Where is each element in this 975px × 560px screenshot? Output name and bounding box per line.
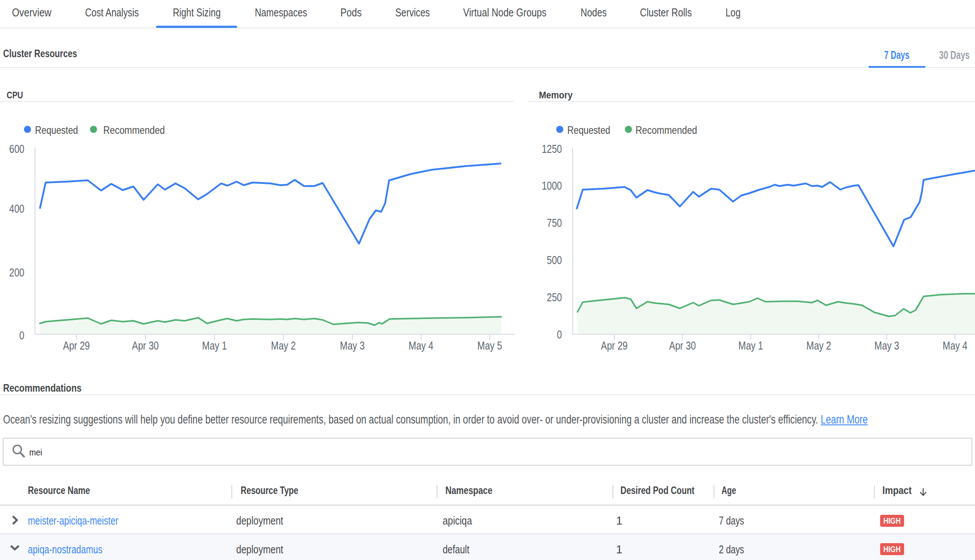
svg-text:Apr 30: Apr 30 <box>669 339 696 352</box>
svg-text:Apr 29: Apr 29 <box>63 339 90 352</box>
svg-text:Apr 29: Apr 29 <box>601 339 628 352</box>
svg-text:0: 0 <box>557 328 562 341</box>
svg-text:May 2: May 2 <box>807 339 831 352</box>
svg-text:400: 400 <box>9 203 24 215</box>
svg-text:1250: 1250 <box>542 143 562 155</box>
svg-text:1000: 1000 <box>542 179 562 192</box>
svg-text:May 1: May 1 <box>202 339 227 352</box>
svg-text:750: 750 <box>547 217 562 229</box>
svg-text:0: 0 <box>20 329 24 342</box>
svg-text:May 1: May 1 <box>738 339 763 352</box>
svg-text:600: 600 <box>9 143 24 155</box>
svg-text:Apr 30: Apr 30 <box>132 339 159 352</box>
svg-text:May 4: May 4 <box>943 339 967 352</box>
svg-text:May 4: May 4 <box>409 339 433 352</box>
svg-text:May 3: May 3 <box>874 339 899 352</box>
svg-text:May 2: May 2 <box>271 339 296 352</box>
svg-text:May 3: May 3 <box>340 339 365 352</box>
svg-text:250: 250 <box>547 292 562 304</box>
svg-text:500: 500 <box>547 254 562 267</box>
svg-text:May 5: May 5 <box>477 339 502 352</box>
svg-text:200: 200 <box>9 266 24 279</box>
